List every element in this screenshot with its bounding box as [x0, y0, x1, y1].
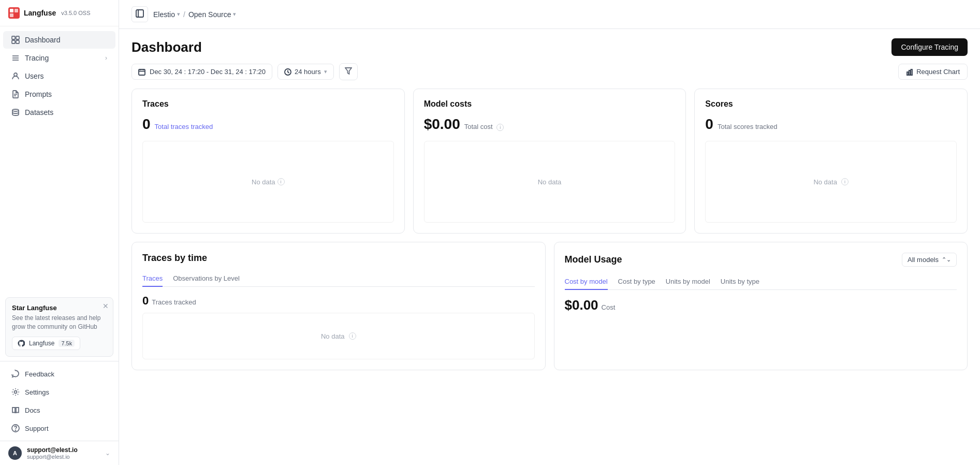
model-usage-card: Model Usage All models ⌃⌄ Cost by model … [554, 242, 968, 370]
svg-rect-6 [12, 40, 15, 43]
tab-units-by-model[interactable]: Units by model [666, 274, 710, 290]
traces-by-time-chart: No data i [142, 313, 535, 359]
svg-point-15 [14, 391, 17, 394]
star-card-btn-label: Langfuse [29, 340, 54, 347]
tab-traces[interactable]: Traces [142, 271, 163, 287]
svg-rect-28 [909, 70, 911, 75]
help-circle-icon [11, 424, 20, 432]
sidebar-item-prompts[interactable]: Prompts [3, 85, 115, 103]
sidebar-item-tracing[interactable]: Tracing › [3, 49, 115, 67]
scores-value: 0 [705, 116, 713, 133]
breadcrumb-org[interactable]: Elestio ▾ [153, 10, 180, 19]
dashboard-label: Dashboard [25, 36, 61, 44]
svg-rect-2 [14, 9, 18, 12]
file-text-icon [11, 90, 20, 98]
traces-no-data: No data i [252, 178, 285, 186]
sidebar-bottom-nav: Feedback Settings Docs [0, 361, 119, 441]
tab-cost-by-model[interactable]: Cost by model [565, 274, 608, 290]
tab-units-by-type[interactable]: Units by type [721, 274, 759, 290]
model-usage-title: Model Usage [565, 254, 622, 265]
scores-subtitle: Total scores tracked [718, 123, 778, 130]
all-models-select[interactable]: All models ⌃⌄ [902, 253, 957, 267]
app-name: Langfuse [24, 9, 56, 17]
user-email: support@elest.io [27, 454, 100, 460]
star-card-github-button[interactable]: Langfuse 7.5k [12, 337, 80, 350]
svg-rect-27 [907, 72, 909, 75]
user-row[interactable]: A support@elest.io support@elest.io ⌄ [0, 441, 119, 465]
all-models-chevron-icon: ⌃⌄ [942, 256, 951, 263]
scores-card-title: Scores [705, 99, 957, 109]
topbar: Elestio ▾ / Open Source ▾ [119, 0, 980, 29]
breadcrumb-project[interactable]: Open Source ▾ [188, 10, 237, 19]
request-chart-label: Request Chart [916, 68, 960, 76]
user-avatar: A [8, 446, 22, 460]
traces-card-title: Traces [142, 99, 394, 109]
model-costs-info-icon[interactable]: i [496, 124, 504, 131]
scores-no-data: No data i [813, 178, 849, 186]
scores-info-icon[interactable]: i [841, 178, 849, 185]
svg-rect-1 [10, 9, 13, 12]
clock-icon [284, 68, 291, 76]
project-chevron-icon: ▾ [233, 11, 236, 18]
traces-info-icon[interactable]: i [277, 178, 285, 185]
sidebar-toggle-icon [136, 9, 144, 18]
sidebar-logo: Langfuse v3.5.0 OSS [0, 0, 119, 26]
time-filter-value: 24 hours [295, 68, 321, 76]
user-icon [11, 72, 20, 80]
book-open-icon [11, 406, 20, 414]
star-langfuse-card: ✕ Star Langfuse See the latest releases … [5, 297, 113, 357]
traces-by-time-title: Traces by time [142, 253, 207, 264]
sidebar-item-settings[interactable]: Settings [3, 383, 115, 401]
model-usage-value: $0.00 [565, 297, 598, 313]
traces-stat-card: Traces 0 Total traces tracked No data i [131, 89, 405, 234]
filters-bar: Dec 30, 24 : 17:20 - Dec 31, 24 : 17:20 … [119, 63, 980, 89]
support-label: Support [25, 425, 49, 432]
svg-point-14 [12, 109, 19, 111]
time-filter-button[interactable]: 24 hours ▾ [277, 64, 334, 80]
sidebar-item-support[interactable]: Support [3, 419, 115, 437]
sidebar-item-feedback[interactable]: Feedback [3, 365, 115, 383]
sidebar: Langfuse v3.5.0 OSS Dashboard [0, 0, 119, 465]
model-costs-subtitle: Total cost i [464, 123, 504, 131]
tracing-chevron-icon: › [105, 54, 107, 62]
tab-observations-by-level[interactable]: Observations by Level [173, 271, 240, 287]
tab-cost-by-type[interactable]: Cost by type [618, 274, 655, 290]
configure-tracing-button[interactable]: Configure Tracing [891, 38, 968, 56]
traces-subtitle: Total traces tracked [155, 123, 213, 130]
settings-icon [11, 388, 20, 396]
svg-rect-5 [16, 36, 19, 39]
sidebar-item-docs[interactable]: Docs [3, 401, 115, 419]
date-range-value: Dec 30, 24 : 17:20 - Dec 31, 24 : 17:20 [150, 68, 266, 76]
sidebar-item-users[interactable]: Users [3, 67, 115, 85]
toggle-sidebar-button[interactable] [131, 6, 148, 22]
scores-stat-card: Scores 0 Total scores tracked No data i [694, 89, 968, 234]
all-models-label: All models [908, 256, 939, 264]
prompts-label: Prompts [25, 90, 52, 98]
star-card-close-button[interactable]: ✕ [103, 302, 109, 310]
model-usage-subtitle: Cost [602, 303, 616, 311]
breadcrumb-separator: / [183, 10, 185, 19]
model-costs-chart-area: No data [424, 141, 676, 223]
filter-button[interactable] [339, 63, 358, 80]
time-filter-chevron-icon: ▾ [324, 68, 327, 75]
traces-by-time-card: Traces by time Traces Observations by Le… [131, 242, 546, 370]
model-usage-tabs: Cost by model Cost by type Units by mode… [565, 274, 957, 290]
page-header: Dashboard Configure Tracing [119, 29, 980, 63]
tracing-label: Tracing [25, 54, 49, 62]
datasets-label: Datasets [25, 108, 53, 117]
sidebar-item-datasets[interactable]: Datasets [3, 104, 115, 121]
svg-rect-7 [16, 40, 19, 43]
traces-by-time-subtitle: Traces tracked [152, 298, 196, 306]
svg-rect-4 [12, 36, 15, 39]
sidebar-item-dashboard[interactable]: Dashboard [3, 31, 115, 49]
model-costs-card-title: Model costs [424, 99, 676, 109]
traces-by-time-value: 0 [142, 294, 149, 308]
sidebar-nav: Dashboard Tracing › Users [0, 26, 119, 293]
breadcrumb: Elestio ▾ / Open Source ▾ [153, 10, 236, 19]
star-card-title: Star Langfuse [12, 304, 107, 312]
app-version: v3.5.0 OSS [61, 10, 90, 16]
org-name: Elestio [153, 10, 175, 19]
date-range-button[interactable]: Dec 30, 24 : 17:20 - Dec 31, 24 : 17:20 [131, 64, 272, 80]
traces-by-time-info-icon[interactable]: i [349, 332, 356, 340]
request-chart-button[interactable]: Request Chart [898, 64, 968, 80]
